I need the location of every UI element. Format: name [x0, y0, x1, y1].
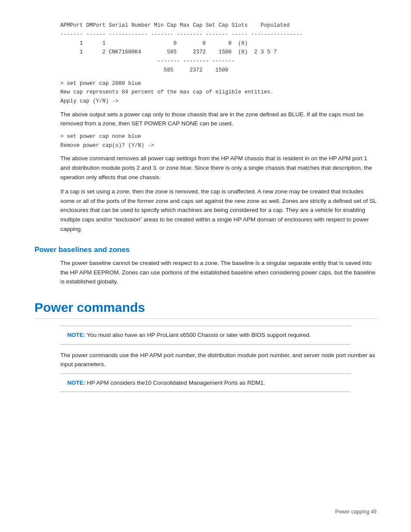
code-cmd1-out1: New cap represents 84 percent of the max… [60, 88, 377, 96]
footer: Power capping 49 [335, 509, 377, 515]
note2-text: HP APM considers the10 Consolidated Mana… [85, 380, 265, 386]
paragraph-3: If a cap is set using a zone, then the z… [60, 187, 377, 233]
chapter-heading-power-commands: Power commands [34, 300, 377, 319]
code-cmd1-out2: Apply cap (Y/N) -> [60, 97, 377, 106]
note2-label: NOTE: [67, 380, 85, 386]
note1-text: You must also have an HP ProLiant s6500 … [85, 332, 311, 338]
code-table-row2: 1 2 CNK71600K4 585 2372 1500 (8) 2 3 5 7 [60, 48, 377, 56]
note-box-1: NOTE: You must also have an HP ProLiant … [60, 326, 351, 345]
code-cmd2: > set power cap none blue [60, 133, 377, 141]
section-heading-baselines: Power baselines and zones [34, 246, 377, 254]
code-table-divider: ------- ------ ------------ ------- ----… [60, 31, 377, 39]
code-cmd2-out1: Remove power cap(s)? (Y/N) -> [60, 142, 377, 150]
note1-label: NOTE: [67, 332, 85, 338]
code-table-header: APMPort DMPort Serial Number Min Cap Max… [60, 22, 377, 30]
body-text-after-note1: The power commands use the HP APM port n… [60, 351, 377, 369]
code-table-total: 585 2372 1500 [60, 66, 377, 75]
paragraph-1: The above output sets a power cap only t… [60, 110, 377, 128]
section-text-baselines: The power baseline cannot be created wit… [60, 258, 377, 286]
code-table-row1: 1 1 0 0 0 (8) [60, 40, 377, 48]
paragraph-2: The above command removes all power cap … [60, 154, 377, 182]
code-cmd1: > set power cap 2000 blue [60, 80, 377, 88]
code-table-sub-div: ------- -------- ------- [60, 57, 377, 65]
note-box-2: NOTE: HP APM considers the10 Consolidate… [60, 373, 351, 392]
